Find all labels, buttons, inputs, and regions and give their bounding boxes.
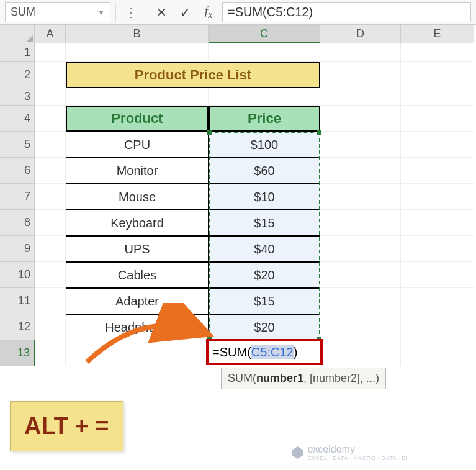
row-header[interactable]: 7 — [0, 184, 35, 210]
cell[interactable] — [320, 43, 401, 62]
product-cell[interactable]: Monitor — [66, 158, 209, 184]
price-cell[interactable]: $20 — [209, 262, 320, 288]
col-header-b[interactable]: B — [66, 25, 209, 43]
cell[interactable] — [320, 288, 401, 314]
product-cell[interactable]: Mouse — [66, 184, 209, 210]
cell[interactable] — [401, 262, 474, 288]
cell[interactable] — [401, 106, 474, 132]
product-cell[interactable]: Headphone — [66, 314, 209, 340]
col-header-e[interactable]: E — [401, 25, 474, 43]
cell[interactable] — [66, 88, 209, 106]
watermark-name: exceldemy — [307, 444, 354, 454]
product-cell[interactable]: Keyboard — [66, 210, 209, 236]
enter-icon[interactable]: ✓ — [175, 2, 195, 22]
chevron-down-icon[interactable]: ▼ — [97, 8, 105, 17]
price-cell[interactable]: $15 — [209, 210, 320, 236]
row-header[interactable]: 12 — [0, 314, 35, 340]
cell[interactable] — [209, 43, 320, 62]
row-header[interactable]: 10 — [0, 262, 35, 288]
cell[interactable] — [35, 132, 66, 158]
row-header[interactable]: 5 — [0, 132, 35, 158]
price-cell[interactable]: $15 — [209, 288, 320, 314]
cell[interactable] — [35, 106, 66, 132]
col-header-d[interactable]: D — [320, 25, 401, 43]
price-cell[interactable]: $60 — [209, 158, 320, 184]
price-cell[interactable]: $10 — [209, 184, 320, 210]
col-header-c[interactable]: C — [209, 25, 320, 43]
cell[interactable] — [320, 262, 401, 288]
title-cell[interactable]: Product Price List — [66, 62, 320, 88]
row-header[interactable]: 4 — [0, 106, 35, 132]
tooltip-arg1: number1 — [256, 372, 303, 384]
row-header[interactable]: 3 — [0, 88, 35, 106]
name-box-value: SUM — [11, 6, 35, 19]
function-tooltip: SUM(number1, [number2], ...) — [221, 368, 386, 389]
row-3: 3 — [0, 88, 476, 106]
price-cell[interactable]: $40 — [209, 236, 320, 262]
row-header[interactable]: 8 — [0, 210, 35, 236]
product-cell[interactable]: CPU — [66, 132, 209, 158]
cell[interactable] — [66, 340, 209, 366]
cell[interactable] — [320, 158, 401, 184]
editing-cell[interactable]: =SUM(C5:C12) — [206, 339, 323, 365]
cell[interactable] — [35, 88, 66, 106]
col-header-a[interactable]: A — [35, 25, 66, 43]
price-cell[interactable]: $100 — [209, 132, 320, 158]
cell[interactable] — [35, 43, 66, 62]
cell[interactable] — [35, 184, 66, 210]
cell[interactable] — [35, 340, 66, 366]
row-header[interactable]: 9 — [0, 236, 35, 262]
cell[interactable] — [35, 314, 66, 340]
cell[interactable] — [401, 210, 474, 236]
table-row: 9UPS$40 — [0, 236, 476, 262]
cell[interactable] — [401, 184, 474, 210]
cell[interactable] — [320, 184, 401, 210]
header-price[interactable]: Price — [209, 106, 320, 132]
cell[interactable] — [320, 236, 401, 262]
fx-icon[interactable]: fx — [199, 2, 218, 22]
product-cell[interactable]: Cables — [66, 262, 209, 288]
row-header[interactable]: 11 — [0, 288, 35, 314]
formula-close: ) — [294, 345, 298, 359]
cell[interactable] — [401, 314, 474, 340]
name-box[interactable]: SUM ▼ — [5, 2, 110, 22]
cell[interactable] — [320, 88, 401, 106]
cell[interactable] — [66, 43, 209, 62]
cell[interactable] — [35, 288, 66, 314]
row-header[interactable]: 13 — [0, 340, 35, 366]
cell[interactable] — [401, 132, 474, 158]
cell[interactable] — [320, 132, 401, 158]
cell[interactable] — [320, 106, 401, 132]
logo-icon — [291, 446, 303, 459]
cell[interactable] — [401, 340, 474, 366]
cell[interactable] — [401, 288, 474, 314]
cell[interactable] — [35, 158, 66, 184]
cell[interactable] — [320, 314, 401, 340]
product-cell[interactable]: UPS — [66, 236, 209, 262]
cell[interactable] — [209, 88, 320, 106]
cell[interactable] — [401, 88, 474, 106]
row-1: 1 — [0, 43, 476, 62]
row-4: 4 Product Price — [0, 106, 476, 132]
cell[interactable] — [401, 62, 474, 88]
cell[interactable] — [35, 262, 66, 288]
formula-fn: SUM — [220, 345, 247, 359]
product-cell[interactable]: Adapter — [66, 288, 209, 314]
select-all-corner[interactable] — [0, 25, 35, 43]
price-cell[interactable]: $20 — [209, 314, 320, 340]
row-header[interactable]: 6 — [0, 158, 35, 184]
header-product[interactable]: Product — [66, 106, 209, 132]
cell[interactable] — [320, 62, 401, 88]
formula-input[interactable]: =SUM(C5:C12) — [222, 2, 471, 22]
cell[interactable] — [401, 158, 474, 184]
cell[interactable] — [401, 236, 474, 262]
cell[interactable] — [35, 62, 66, 88]
cell[interactable] — [35, 210, 66, 236]
cell[interactable] — [401, 43, 474, 62]
cell[interactable] — [320, 340, 401, 366]
row-header[interactable]: 2 — [0, 62, 35, 88]
cell[interactable] — [320, 210, 401, 236]
cancel-icon[interactable]: ✕ — [151, 2, 171, 22]
row-header[interactable]: 1 — [0, 43, 35, 62]
cell[interactable] — [35, 236, 66, 262]
